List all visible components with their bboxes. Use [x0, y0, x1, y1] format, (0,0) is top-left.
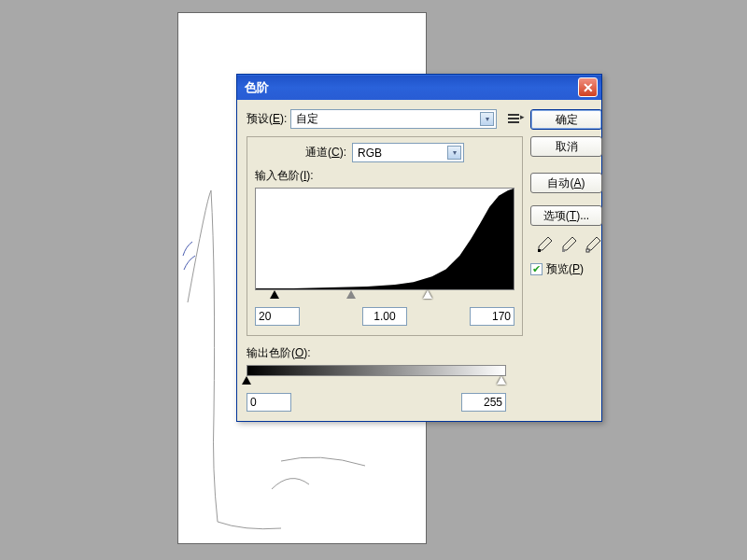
close-icon: ✕: [583, 81, 594, 94]
output-black-slider[interactable]: [242, 376, 251, 385]
output-black-field[interactable]: 0: [247, 393, 291, 412]
dialog-title: 色阶: [245, 79, 578, 96]
svg-rect-2: [586, 249, 589, 252]
eyedropper-white-icon[interactable]: [584, 235, 602, 254]
svg-rect-0: [538, 249, 541, 252]
eyedropper-group: [530, 235, 602, 254]
close-button[interactable]: ✕: [578, 77, 598, 97]
channel-value: RGB: [358, 147, 382, 160]
eyedropper-gray-icon[interactable]: [559, 235, 578, 254]
svg-rect-1: [562, 249, 565, 252]
preset-value: 自定: [296, 111, 318, 127]
auto-button[interactable]: 自动(A): [530, 173, 602, 193]
preset-dropdown[interactable]: 自定 ▾: [290, 109, 497, 129]
levels-dialog: 色阶 ✕ 预设(E): 自定 ▾ 通道(C):: [236, 74, 602, 422]
chevron-down-icon: ▾: [480, 112, 494, 126]
input-black-slider[interactable]: [270, 290, 279, 299]
output-white-field[interactable]: 255: [461, 393, 506, 412]
input-mid-slider[interactable]: [346, 290, 356, 299]
channel-label: 通道(C):: [305, 145, 346, 161]
input-white-field[interactable]: 170: [470, 307, 514, 326]
titlebar[interactable]: 色阶 ✕: [237, 75, 601, 100]
preview-checkbox[interactable]: ✔: [530, 263, 543, 275]
output-gradient: [247, 365, 506, 376]
cancel-button[interactable]: 取消: [530, 136, 602, 157]
input-mid-field[interactable]: 1.00: [362, 307, 407, 326]
channel-dropdown[interactable]: RGB ▾: [352, 143, 464, 162]
preset-label: 预设(E):: [247, 111, 287, 127]
output-levels-label: 输出色阶(O):: [247, 345, 523, 361]
eyedropper-black-icon[interactable]: [535, 235, 554, 254]
channel-group: 通道(C): RGB ▾ 输入色阶(I):: [247, 136, 523, 336]
output-white-slider[interactable]: [497, 376, 506, 385]
chevron-down-icon: ▾: [447, 146, 461, 160]
input-levels-label: 输入色阶(I):: [255, 168, 514, 184]
output-slider-track[interactable]: [247, 378, 506, 387]
input-white-slider[interactable]: [423, 290, 432, 299]
options-button[interactable]: 选项(T)...: [530, 205, 602, 226]
ok-button[interactable]: 确定: [530, 109, 602, 130]
input-black-field[interactable]: 20: [255, 307, 300, 326]
preview-checkbox-row[interactable]: ✔ 预览(P): [530, 261, 602, 277]
input-slider-track[interactable]: [255, 292, 514, 301]
preset-menu-icon[interactable]: [506, 112, 523, 127]
preview-label: 预览(P): [546, 261, 584, 277]
histogram: [255, 188, 514, 290]
